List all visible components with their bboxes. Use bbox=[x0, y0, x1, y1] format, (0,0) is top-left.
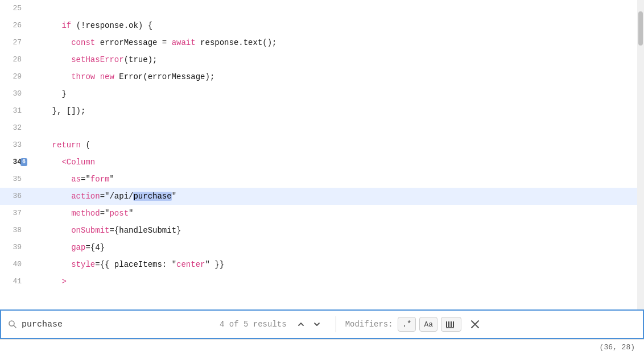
table-row: 26 if (!response.ok) { bbox=[0, 17, 644, 34]
search-bar: 4 of 5 results Modifiers: .* Aa bbox=[0, 309, 644, 339]
divider bbox=[336, 316, 336, 332]
line-number-41: 41 bbox=[0, 273, 28, 290]
table-row: 39 gap={4} bbox=[0, 239, 644, 256]
table-row: 346 <Column bbox=[0, 154, 644, 171]
svg-rect-3 bbox=[448, 321, 449, 327]
line-content-41: > bbox=[28, 273, 644, 290]
table-row: 31 }, []); bbox=[0, 102, 644, 119]
search-navigation bbox=[294, 318, 324, 331]
line-number-33: 33 bbox=[0, 137, 28, 154]
line-content-28: setHasError(true); bbox=[28, 51, 644, 68]
search-modifiers: .* Aa bbox=[398, 317, 461, 332]
line-badge-34: 6 bbox=[20, 158, 27, 166]
table-row: 35 as="form" bbox=[0, 171, 644, 188]
line-number-36: 36 bbox=[0, 188, 28, 205]
line-number-31: 31 bbox=[0, 102, 28, 119]
case-sensitive-button[interactable]: Aa bbox=[419, 317, 437, 332]
next-match-button[interactable] bbox=[309, 318, 324, 331]
previous-match-button[interactable] bbox=[294, 318, 308, 331]
line-number-30: 30 bbox=[0, 85, 28, 102]
status-bar: (36, 28) bbox=[0, 339, 644, 355]
table-row: 27 const errorMessage = await response.t… bbox=[0, 34, 644, 51]
line-content-34: <Column bbox=[28, 154, 644, 171]
line-content-33: return ( bbox=[28, 137, 644, 154]
modifiers-label: Modifiers: bbox=[345, 320, 393, 329]
line-content-30: } bbox=[28, 85, 644, 102]
line-content-38: onSubmit={handleSubmit} bbox=[28, 222, 644, 239]
line-number-25: 25 bbox=[0, 0, 28, 17]
line-number-28: 28 bbox=[0, 51, 28, 68]
editor-container: 25 26 if (!response.ok) { 27 const error… bbox=[0, 0, 644, 355]
search-results-count: 4 of 5 results bbox=[220, 320, 287, 329]
line-content-31: }, []); bbox=[28, 102, 644, 119]
line-content-29: throw new Error(errorMessage); bbox=[28, 68, 644, 85]
search-input[interactable] bbox=[22, 320, 204, 329]
code-area: 25 26 if (!response.ok) { 27 const error… bbox=[0, 0, 644, 309]
close-search-button[interactable] bbox=[466, 317, 484, 331]
svg-line-1 bbox=[14, 325, 16, 328]
table-row: 33 return ( bbox=[0, 137, 644, 154]
line-number-35: 35 bbox=[0, 171, 28, 188]
table-row: 36 action="/api/purchase" bbox=[0, 188, 644, 205]
table-row: 37 method="post" bbox=[0, 205, 644, 222]
table-row: 29 throw new Error(errorMessage); bbox=[0, 68, 644, 85]
line-number-26: 26 bbox=[0, 17, 28, 34]
line-number-32: 32 bbox=[0, 119, 28, 137]
line-number-27: 27 bbox=[0, 34, 28, 51]
svg-rect-5 bbox=[453, 321, 454, 327]
table-row: 38 onSubmit={handleSubmit} bbox=[0, 222, 644, 239]
line-content-26: if (!response.ok) { bbox=[28, 17, 644, 34]
line-number-39: 39 bbox=[0, 239, 28, 256]
svg-rect-4 bbox=[451, 321, 452, 327]
table-row: 28 setHasError(true); bbox=[0, 51, 644, 68]
code-content: 25 26 if (!response.ok) { 27 const error… bbox=[0, 0, 644, 309]
search-icon bbox=[8, 320, 17, 329]
scrollbar[interactable] bbox=[637, 0, 644, 309]
line-number-40: 40 bbox=[0, 256, 28, 273]
line-number-34: 346 bbox=[0, 154, 28, 171]
scrollbar-thumb[interactable] bbox=[638, 11, 643, 46]
whole-word-button[interactable] bbox=[441, 317, 461, 332]
line-number-37: 37 bbox=[0, 205, 28, 222]
table-row: 25 bbox=[0, 0, 644, 17]
cursor-position: (36, 28) bbox=[600, 343, 635, 352]
line-number-29: 29 bbox=[0, 68, 28, 85]
line-number-38: 38 bbox=[0, 222, 28, 239]
line-content-40: style={{ placeItems: "center" }} bbox=[28, 256, 644, 273]
svg-rect-2 bbox=[446, 321, 447, 327]
line-content-35: as="form" bbox=[28, 171, 644, 188]
line-content-27: const errorMessage = await response.text… bbox=[28, 34, 644, 51]
table-row: 30 } bbox=[0, 85, 644, 102]
table-row: 40 style={{ placeItems: "center" }} bbox=[0, 256, 644, 273]
line-content-37: method="post" bbox=[28, 205, 644, 222]
regex-modifier-button[interactable]: .* bbox=[398, 317, 416, 332]
line-content-39: gap={4} bbox=[28, 239, 644, 256]
line-content-36: action="/api/purchase" bbox=[28, 188, 644, 205]
table-row: 41 > bbox=[0, 273, 644, 290]
table-row: 32 bbox=[0, 119, 644, 137]
